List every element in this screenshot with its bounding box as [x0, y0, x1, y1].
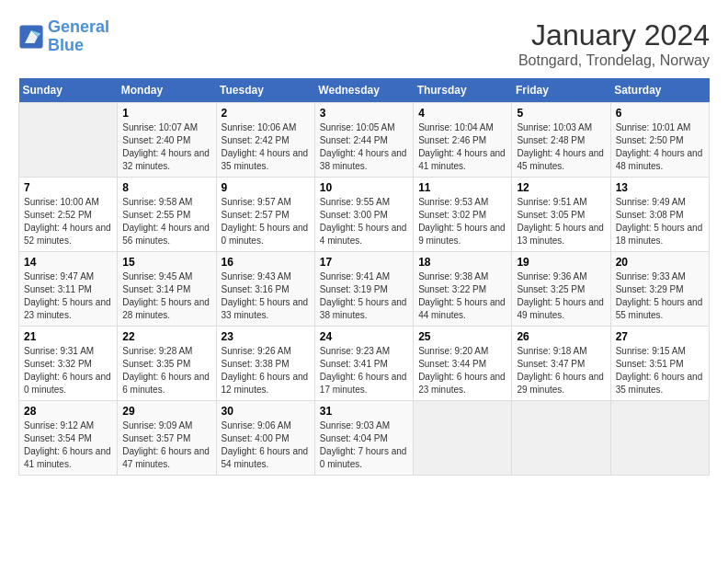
day-info: Sunrise: 9:31 AMSunset: 3:32 PMDaylight:… — [24, 345, 112, 396]
day-number: 1 — [122, 107, 210, 120]
day-info: Sunrise: 9:20 AMSunset: 3:44 PMDaylight:… — [418, 345, 506, 396]
calendar-cell: 27Sunrise: 9:15 AMSunset: 3:51 PMDayligh… — [610, 327, 709, 401]
day-info: Sunrise: 9:43 AMSunset: 3:16 PMDaylight:… — [222, 270, 310, 322]
calendar-cell: 2Sunrise: 10:06 AMSunset: 2:42 PMDayligh… — [216, 103, 314, 178]
calendar-cell: 7Sunrise: 10:00 AMSunset: 2:52 PMDayligh… — [19, 178, 118, 252]
day-info: Sunrise: 9:47 AMSunset: 3:11 PMDaylight:… — [24, 270, 112, 322]
calendar-cell: 20Sunrise: 9:33 AMSunset: 3:29 PMDayligh… — [610, 252, 709, 327]
day-number: 23 — [222, 330, 310, 343]
title-section: January 2024 Botngard, Trondelag, Norway — [518, 18, 710, 69]
day-info: Sunrise: 9:45 AMSunset: 3:14 PMDaylight:… — [122, 270, 210, 322]
calendar-cell: 9Sunrise: 9:57 AMSunset: 2:57 PMDaylight… — [216, 178, 314, 252]
logo: General Blue — [18, 18, 109, 55]
calendar-cell: 24Sunrise: 9:23 AMSunset: 3:41 PMDayligh… — [314, 327, 413, 401]
calendar-cell — [19, 103, 118, 178]
header-day-friday: Friday — [512, 78, 610, 103]
calendar-cell: 21Sunrise: 9:31 AMSunset: 3:32 PMDayligh… — [19, 327, 118, 401]
calendar-cell: 17Sunrise: 9:41 AMSunset: 3:19 PMDayligh… — [314, 252, 413, 327]
calendar-cell — [414, 401, 512, 476]
day-number: 17 — [320, 256, 408, 269]
day-info: Sunrise: 9:06 AMSunset: 4:00 PMDaylight:… — [222, 419, 310, 471]
calendar-header: SundayMondayTuesdayWednesdayThursdayFrid… — [19, 78, 710, 103]
day-number: 31 — [320, 405, 408, 418]
calendar-cell: 1Sunrise: 10:07 AMSunset: 2:40 PMDayligh… — [118, 103, 216, 178]
day-number: 10 — [320, 181, 408, 194]
logo-text: General Blue — [48, 18, 109, 55]
calendar-cell: 13Sunrise: 9:49 AMSunset: 3:08 PMDayligh… — [610, 178, 709, 252]
day-info: Sunrise: 9:26 AMSunset: 3:38 PMDaylight:… — [222, 345, 310, 396]
calendar-cell: 23Sunrise: 9:26 AMSunset: 3:38 PMDayligh… — [216, 327, 314, 401]
logo-blue: Blue — [48, 36, 84, 54]
calendar-cell: 16Sunrise: 9:43 AMSunset: 3:16 PMDayligh… — [216, 252, 314, 327]
calendar-cell — [512, 401, 610, 476]
day-number: 19 — [517, 256, 605, 269]
day-info: Sunrise: 9:53 AMSunset: 3:02 PMDaylight:… — [418, 196, 506, 247]
day-number: 7 — [24, 181, 112, 194]
day-number: 3 — [320, 107, 408, 120]
day-number: 14 — [24, 256, 112, 269]
calendar-cell: 5Sunrise: 10:03 AMSunset: 2:48 PMDayligh… — [512, 103, 610, 178]
calendar-cell: 14Sunrise: 9:47 AMSunset: 3:11 PMDayligh… — [19, 252, 118, 327]
week-row-5: 28Sunrise: 9:12 AMSunset: 3:54 PMDayligh… — [19, 401, 710, 476]
header-day-tuesday: Tuesday — [216, 78, 314, 103]
day-info: Sunrise: 9:41 AMSunset: 3:19 PMDaylight:… — [320, 270, 408, 322]
day-info: Sunrise: 9:12 AMSunset: 3:54 PMDaylight:… — [24, 419, 112, 471]
day-info: Sunrise: 9:28 AMSunset: 3:35 PMDaylight:… — [122, 345, 210, 396]
header-day-thursday: Thursday — [414, 78, 512, 103]
day-number: 5 — [517, 107, 605, 120]
day-number: 13 — [616, 181, 704, 194]
day-info: Sunrise: 9:49 AMSunset: 3:08 PMDaylight:… — [616, 196, 704, 247]
day-info: Sunrise: 9:55 AMSunset: 3:00 PMDaylight:… — [320, 196, 408, 247]
day-info: Sunrise: 9:36 AMSunset: 3:25 PMDaylight:… — [517, 270, 605, 322]
week-row-3: 14Sunrise: 9:47 AMSunset: 3:11 PMDayligh… — [19, 252, 710, 327]
day-number: 9 — [222, 181, 310, 194]
day-number: 29 — [122, 405, 210, 418]
day-number: 30 — [222, 405, 310, 418]
calendar-body: 1Sunrise: 10:07 AMSunset: 2:40 PMDayligh… — [19, 103, 710, 476]
week-row-2: 7Sunrise: 10:00 AMSunset: 2:52 PMDayligh… — [19, 178, 710, 252]
calendar-subtitle: Botngard, Trondelag, Norway — [518, 52, 710, 69]
header-day-monday: Monday — [118, 78, 216, 103]
day-number: 22 — [122, 330, 210, 343]
day-info: Sunrise: 10:03 AMSunset: 2:48 PMDaylight… — [517, 121, 605, 173]
calendar-cell: 12Sunrise: 9:51 AMSunset: 3:05 PMDayligh… — [512, 178, 610, 252]
day-number: 15 — [122, 256, 210, 269]
calendar-cell: 28Sunrise: 9:12 AMSunset: 3:54 PMDayligh… — [19, 401, 118, 476]
calendar-cell: 15Sunrise: 9:45 AMSunset: 3:14 PMDayligh… — [118, 252, 216, 327]
day-number: 2 — [222, 107, 310, 120]
header-day-sunday: Sunday — [19, 78, 118, 103]
day-info: Sunrise: 9:51 AMSunset: 3:05 PMDaylight:… — [517, 196, 605, 247]
calendar-cell: 25Sunrise: 9:20 AMSunset: 3:44 PMDayligh… — [414, 327, 512, 401]
day-info: Sunrise: 10:05 AMSunset: 2:44 PMDaylight… — [320, 121, 408, 173]
day-info: Sunrise: 9:03 AMSunset: 4:04 PMDaylight:… — [320, 419, 408, 471]
calendar-cell: 18Sunrise: 9:38 AMSunset: 3:22 PMDayligh… — [414, 252, 512, 327]
header-day-saturday: Saturday — [610, 78, 709, 103]
day-number: 27 — [616, 330, 704, 343]
header-day-wednesday: Wednesday — [314, 78, 413, 103]
day-number: 12 — [517, 181, 605, 194]
calendar-cell: 4Sunrise: 10:04 AMSunset: 2:46 PMDayligh… — [414, 103, 512, 178]
day-number: 20 — [616, 256, 704, 269]
day-info: Sunrise: 9:23 AMSunset: 3:41 PMDaylight:… — [320, 345, 408, 396]
calendar-cell: 29Sunrise: 9:09 AMSunset: 3:57 PMDayligh… — [118, 401, 216, 476]
page-header: General Blue January 2024 Botngard, Tron… — [18, 18, 710, 69]
day-info: Sunrise: 9:57 AMSunset: 2:57 PMDaylight:… — [222, 196, 310, 247]
day-info: Sunrise: 10:04 AMSunset: 2:46 PMDaylight… — [418, 121, 506, 173]
calendar-cell: 8Sunrise: 9:58 AMSunset: 2:55 PMDaylight… — [118, 178, 216, 252]
header-row: SundayMondayTuesdayWednesdayThursdayFrid… — [19, 78, 710, 103]
calendar-cell: 22Sunrise: 9:28 AMSunset: 3:35 PMDayligh… — [118, 327, 216, 401]
week-row-4: 21Sunrise: 9:31 AMSunset: 3:32 PMDayligh… — [19, 327, 710, 401]
day-number: 6 — [616, 107, 704, 120]
day-number: 25 — [418, 330, 506, 343]
day-number: 18 — [418, 256, 506, 269]
day-info: Sunrise: 9:18 AMSunset: 3:47 PMDaylight:… — [517, 345, 605, 396]
calendar-title: January 2024 — [518, 18, 710, 52]
day-info: Sunrise: 9:09 AMSunset: 3:57 PMDaylight:… — [122, 419, 210, 471]
calendar-cell: 19Sunrise: 9:36 AMSunset: 3:25 PMDayligh… — [512, 252, 610, 327]
calendar-cell: 26Sunrise: 9:18 AMSunset: 3:47 PMDayligh… — [512, 327, 610, 401]
day-number: 21 — [24, 330, 112, 343]
logo-general: General — [48, 17, 109, 36]
day-number: 28 — [24, 405, 112, 418]
calendar-cell: 6Sunrise: 10:01 AMSunset: 2:50 PMDayligh… — [610, 103, 709, 178]
calendar-cell: 3Sunrise: 10:05 AMSunset: 2:44 PMDayligh… — [314, 103, 413, 178]
